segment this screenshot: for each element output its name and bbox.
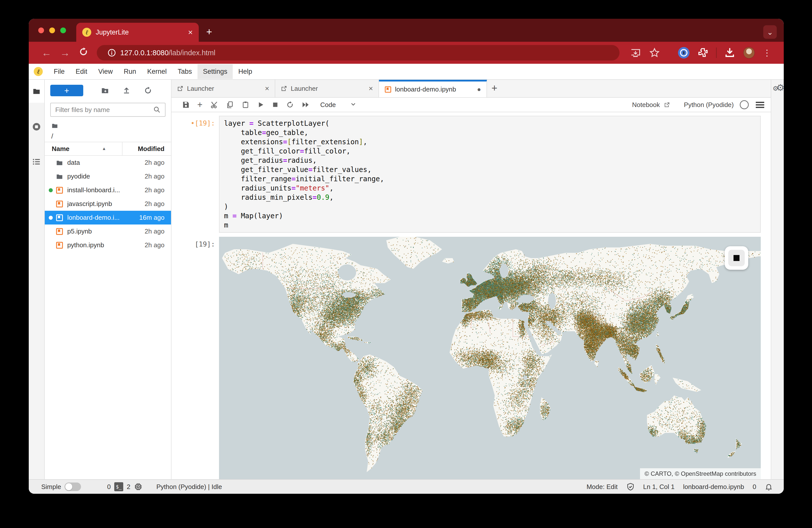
menu-settings[interactable]: Settings	[198, 64, 233, 79]
filter-files-box[interactable]	[50, 103, 165, 117]
code-line: table=geo_table,	[224, 128, 756, 137]
new-folder-icon[interactable]	[101, 86, 109, 95]
simple-mode-toggle[interactable]	[64, 483, 81, 491]
code-line: m	[224, 220, 756, 230]
menu-edit[interactable]: Edit	[70, 64, 93, 79]
notebook-icon	[56, 241, 63, 249]
copy-cells-button[interactable]	[226, 101, 234, 109]
notebook-label: Notebook	[632, 101, 660, 109]
code-cell[interactable]: •[19]: layer = ScatterplotLayer( table=g…	[172, 116, 761, 233]
code-line: radius_units="meters",	[224, 184, 756, 193]
file-row-pyodide[interactable]: pyodide2h ago	[45, 170, 171, 183]
property-inspector-gears-icon[interactable]: ⚙⚙	[772, 85, 783, 479]
file-name: install-lonboard.i...	[67, 186, 145, 194]
browser-toolbar: ← → 127.0.0.1:8080/lab/index.html ⋮	[29, 42, 784, 64]
zoom-window-button[interactable]	[60, 28, 66, 33]
doc-tab-lonboard-demo-ipynb-2[interactable]: lonboard-demo.ipynb●	[379, 80, 487, 97]
run-cell-button[interactable]	[257, 101, 264, 108]
doc-tab-Launcher-1[interactable]: Launcher×	[275, 80, 379, 97]
reload-icon[interactable]	[78, 47, 88, 59]
bookmark-star-icon[interactable]	[649, 47, 660, 58]
cursor-position[interactable]: Ln 1, Col 1	[643, 483, 675, 491]
close-tab-icon[interactable]: ×	[265, 84, 269, 93]
menu-run[interactable]: Run	[118, 64, 142, 79]
file-row-data[interactable]: data2h ago	[45, 156, 171, 170]
home-folder-icon[interactable]	[51, 122, 58, 129]
bell-icon[interactable]	[765, 483, 773, 491]
new-doc-tab-button[interactable]: +	[492, 83, 497, 94]
running-sessions-tab[interactable]	[29, 115, 44, 138]
notification-count[interactable]: 0	[753, 483, 756, 491]
extensions-puzzle-icon[interactable]	[697, 47, 709, 58]
file-row-lonboard-demo-i-[interactable]: lonboard-demo.i...16m ago	[45, 211, 171, 224]
mode-indicator[interactable]: Mode: Edit	[586, 483, 618, 491]
statusbar-filename[interactable]: lonboard-demo.ipynb	[683, 483, 744, 491]
file-row-install-lonboard-i-[interactable]: install-lonboard.i...2h ago	[45, 183, 171, 197]
password-manager-extension-icon[interactable]	[678, 47, 690, 59]
forward-icon[interactable]: →	[60, 47, 70, 59]
trusted-shield-icon[interactable]	[626, 483, 635, 491]
file-modified: 16m ago	[139, 214, 171, 221]
menu-tabs[interactable]: Tabs	[172, 64, 198, 79]
kernel-status-text[interactable]: Python (Pyodide) | Idle	[156, 483, 222, 491]
refresh-file-list-icon[interactable]	[144, 86, 152, 95]
cell-type-chevron-icon[interactable]	[350, 101, 357, 109]
save-button[interactable]	[182, 101, 190, 109]
open-external-icon[interactable]	[664, 101, 670, 108]
downloads-icon[interactable]	[724, 47, 735, 58]
new-launcher-button[interactable]: +	[50, 85, 83, 96]
browser-tab[interactable]: ℓ JupyterLite ×	[76, 23, 199, 42]
file-row-p5-ipynb[interactable]: p5.ipynb2h ago	[45, 224, 171, 238]
jupyterlab-app: ℓ FileEditViewRunKernelTabsSettingsHelp	[29, 64, 784, 494]
file-browser-tab[interactable]	[29, 80, 44, 103]
breadcrumb-path[interactable]: /	[51, 132, 165, 140]
restart-run-all-button[interactable]	[302, 101, 310, 109]
cut-cells-button[interactable]	[210, 101, 218, 109]
browser-menu-kebab-icon[interactable]: ⋮	[763, 48, 771, 58]
map-fullscreen-button[interactable]	[725, 246, 748, 270]
upload-icon[interactable]	[122, 86, 131, 95]
site-info-icon[interactable]	[107, 48, 116, 57]
profile-avatar[interactable]	[743, 47, 755, 59]
address-bar[interactable]: 127.0.0.1:8080/lab/index.html	[97, 45, 620, 60]
code-line: extensions=[filter_extension],	[224, 137, 756, 147]
menu-help[interactable]: Help	[233, 64, 258, 79]
insert-cell-button[interactable]: +	[197, 100, 203, 110]
close-window-button[interactable]	[38, 28, 44, 33]
code-editor[interactable]: layer = ScatterplotLayer( table=geo_tabl…	[219, 116, 761, 233]
kernel-status-icon[interactable]	[740, 100, 749, 109]
filter-files-input[interactable]	[55, 106, 153, 114]
kernel-name[interactable]: Python (Pyodide)	[684, 101, 734, 109]
notebook-icon	[56, 187, 63, 194]
close-tab-icon[interactable]: ×	[368, 84, 373, 93]
file-row-python-ipynb[interactable]: python.ipynb2h ago	[45, 238, 171, 252]
menu-view[interactable]: View	[93, 64, 118, 79]
back-icon[interactable]: ←	[42, 47, 52, 59]
kernel-count[interactable]: 2	[127, 483, 130, 491]
table-of-contents-tab[interactable]	[29, 150, 44, 173]
world-scatter-map[interactable]	[219, 237, 761, 479]
menu-file[interactable]: File	[48, 64, 70, 79]
doc-tab-Launcher-0[interactable]: Launcher×	[172, 80, 275, 97]
column-name[interactable]: Name▲	[45, 145, 122, 153]
save-to-device-icon[interactable]	[630, 47, 641, 58]
minimize-window-button[interactable]	[49, 28, 55, 33]
tab-close-icon[interactable]: ×	[188, 28, 193, 37]
column-modified[interactable]: Modified	[127, 145, 171, 153]
cell-type-select[interactable]: Code	[320, 101, 336, 109]
map-attribution[interactable]: © CARTO, © OpenStreetMap contributors	[640, 468, 761, 479]
new-tab-button[interactable]: +	[206, 26, 212, 38]
doc-tab-label: Launcher	[291, 85, 368, 92]
notebook-scroll-area[interactable]: •[19]: layer = ScatterplotLayer( table=g…	[172, 112, 771, 479]
restart-kernel-button[interactable]	[286, 101, 294, 109]
menu-kernel[interactable]: Kernel	[142, 64, 172, 79]
toolbar-overflow-icon[interactable]	[756, 102, 764, 108]
file-list-header: Name▲ Modified	[45, 142, 171, 156]
tab-search-chevron-icon[interactable]: ⌄	[763, 25, 777, 39]
paste-cells-button[interactable]	[242, 101, 249, 109]
interrupt-kernel-button[interactable]	[272, 102, 278, 108]
terminal-count[interactable]: 0	[107, 483, 111, 491]
file-row-javascript-ipynb[interactable]: javascript.ipynb2h ago	[45, 197, 171, 211]
lonboard-map-output[interactable]: © CARTO, © OpenStreetMap contributors	[219, 237, 761, 479]
unsaved-changes-dot[interactable]: ●	[477, 86, 481, 93]
